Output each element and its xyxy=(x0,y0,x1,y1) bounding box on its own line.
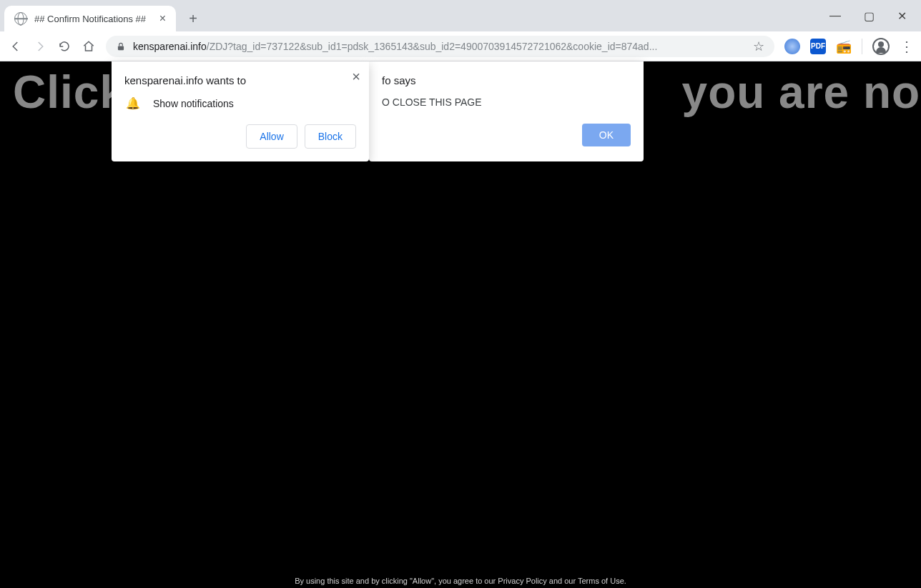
permission-origin-text: kensparenai.info wants to xyxy=(124,74,356,86)
menu-kebab-icon[interactable]: ⋮ xyxy=(900,38,912,55)
new-tab-button[interactable]: + xyxy=(183,9,203,29)
extension-icon-2[interactable]: 📻 xyxy=(836,39,852,54)
address-bar[interactable]: kensparenai.info/ZDJ?tag_id=737122&sub_i… xyxy=(106,36,774,57)
url-host: kensparenai.info xyxy=(133,41,207,52)
headline-right: you are not a xyxy=(682,66,921,118)
block-button[interactable]: Block xyxy=(305,124,356,149)
bell-icon: 🔔 xyxy=(126,96,140,110)
page-footer-text: By using this site and by clicking "Allo… xyxy=(0,577,921,585)
bookmark-star-icon[interactable]: ☆ xyxy=(753,39,764,54)
alert-title: fo says xyxy=(382,74,631,86)
home-button[interactable] xyxy=(82,39,96,54)
dialog-layer: × kensparenai.info wants to 🔔 Show notif… xyxy=(112,61,644,161)
browser-tab[interactable]: ## Confirm Notifications ## × xyxy=(4,6,176,31)
globe-icon xyxy=(14,12,27,25)
permission-request-row: 🔔 Show notifications xyxy=(126,96,356,110)
allow-button[interactable]: Allow xyxy=(246,124,297,149)
alert-buttons: OK xyxy=(382,124,631,146)
minimize-icon[interactable]: — xyxy=(829,9,841,22)
window-controls: — ▢ ✕ xyxy=(829,0,921,31)
back-button[interactable] xyxy=(9,39,23,54)
permission-buttons: Allow Block xyxy=(124,124,356,149)
ok-button[interactable]: OK xyxy=(582,124,631,146)
headline-left: Click xyxy=(13,66,126,118)
permission-request-text: Show notifications xyxy=(153,98,234,109)
forward-button[interactable] xyxy=(33,39,47,54)
browser-toolbar: kensparenai.info/ZDJ?tag_id=737122&sub_i… xyxy=(0,31,921,61)
toolbar-separator xyxy=(862,39,862,54)
tab-strip: ## Confirm Notifications ## × + — ▢ ✕ xyxy=(0,0,921,31)
pdf-extension-icon[interactable]: PDF xyxy=(810,39,826,54)
svg-rect-0 xyxy=(118,46,124,50)
dialog-close-icon[interactable]: × xyxy=(352,69,360,85)
js-alert-dialog: fo says O CLOSE THIS PAGE OK xyxy=(369,61,644,161)
profile-avatar-icon[interactable] xyxy=(872,38,890,55)
reload-button[interactable] xyxy=(57,39,72,54)
lock-icon xyxy=(116,41,126,51)
maximize-icon[interactable]: ▢ xyxy=(864,9,875,23)
close-window-icon[interactable]: ✕ xyxy=(897,9,907,23)
tab-title: ## Confirm Notifications ## xyxy=(34,14,152,24)
notification-permission-dialog: × kensparenai.info wants to 🔔 Show notif… xyxy=(112,61,369,161)
url-text: kensparenai.info/ZDJ?tag_id=737122&sub_i… xyxy=(133,41,746,52)
extension-icon-1[interactable] xyxy=(784,39,800,54)
alert-message: O CLOSE THIS PAGE xyxy=(382,96,631,108)
url-path: /ZDJ?tag_id=737122&sub_id1=pdsk_1365143&… xyxy=(207,41,658,52)
close-tab-icon[interactable]: × xyxy=(159,12,166,25)
